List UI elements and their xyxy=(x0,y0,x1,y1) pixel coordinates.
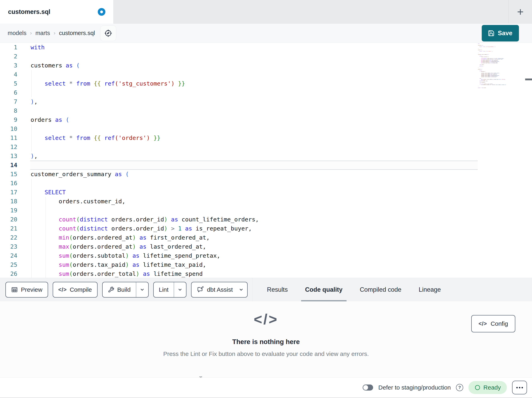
lint-button-label: Lint xyxy=(159,286,169,293)
tab-results[interactable]: Results xyxy=(263,278,292,302)
floppy-disk-icon xyxy=(488,30,494,37)
breadcrumb-item-customers-sql: customers.sql xyxy=(59,30,95,36)
code-lines: 1with23customers as (45 select * from {{… xyxy=(0,43,532,278)
file-tab-bar: customers.sql + xyxy=(0,0,532,24)
tab-code-quality[interactable]: Code quality xyxy=(301,278,347,302)
preview-button[interactable]: Preview xyxy=(6,282,48,298)
line-number: 10 xyxy=(0,124,17,133)
code-line-7[interactable]: 7), xyxy=(0,97,532,106)
tab-lineage[interactable]: Lineage xyxy=(415,278,445,302)
lint-split-button: Lint xyxy=(153,282,186,298)
code-line-14[interactable]: 14 xyxy=(0,161,532,170)
build-button[interactable]: Build xyxy=(103,282,136,297)
line-number: 2 xyxy=(0,52,17,61)
line-number: 12 xyxy=(0,143,17,152)
save-button[interactable]: Save xyxy=(482,25,519,41)
tab-compiled-code[interactable]: Compiled code xyxy=(356,278,405,302)
line-number: 3 xyxy=(0,61,17,70)
code-line-6[interactable]: 6 xyxy=(0,88,532,97)
code-line-25[interactable]: 25 sum(orders.tax_paid) as lifetime_tax_… xyxy=(0,260,532,269)
code-line-13[interactable]: 13), xyxy=(0,152,532,161)
code-line-5[interactable]: 5 select * from {{ ref('stg_customers') … xyxy=(0,79,532,88)
code-text: count(distinct orders.order_id) as count… xyxy=(17,215,259,224)
code-line-12[interactable]: 12 xyxy=(0,143,532,152)
ready-ring-icon xyxy=(475,385,481,391)
minimap-line: select * from joined xyxy=(478,88,508,88)
line-number: 23 xyxy=(0,242,17,251)
dbt-assist-button-label: dbt Assist xyxy=(207,286,233,293)
assist-chat-sparkle-icon xyxy=(197,286,204,293)
status-badge-label: Ready xyxy=(483,384,501,391)
preview-button-label: Preview xyxy=(21,286,42,293)
breadcrumb-item-marts: marts xyxy=(35,30,50,36)
file-navigate-button[interactable] xyxy=(100,25,116,41)
file-tab-customers-sql[interactable]: customers.sql xyxy=(0,0,114,24)
empty-state: </> There is nothing here Press the Lint… xyxy=(0,311,532,357)
more-options-button[interactable] xyxy=(512,381,527,394)
code-text: sum(orders.order_total) as lifetime_spen… xyxy=(17,269,203,278)
code-line-9[interactable]: 9orders as ( xyxy=(0,115,532,124)
code-text: select * from {{ ref('stg_customers') }} xyxy=(17,79,185,88)
code-text xyxy=(17,52,31,61)
code-text xyxy=(17,143,31,152)
code-text: select * from {{ ref('orders') }} xyxy=(17,133,160,143)
code-text xyxy=(17,179,31,188)
code-line-16[interactable]: 16 xyxy=(0,179,532,188)
scroll-position-marker[interactable] xyxy=(525,78,532,80)
code-text xyxy=(17,88,31,97)
code-line-18[interactable]: 18 orders.customer_id, xyxy=(0,197,532,206)
code-text xyxy=(17,206,31,215)
code-line-24[interactable]: 24 sum(orders.subtotal) as lifetime_spen… xyxy=(0,251,532,260)
compile-button-label: Compile xyxy=(70,286,92,293)
code-text: customers as ( xyxy=(17,61,80,70)
line-number: 17 xyxy=(0,188,17,197)
code-line-20[interactable]: 20 count(distinct orders.order_id) as co… xyxy=(0,215,532,224)
line-number: 4 xyxy=(0,70,17,79)
wrench-icon xyxy=(108,287,114,293)
minimap[interactable]: withcustomers as ( select * from {{ ref(… xyxy=(478,44,508,88)
breadcrumb-separator: › xyxy=(30,30,32,36)
code-line-15[interactable]: 15customer_orders_summary as ( xyxy=(0,170,532,179)
code-text: SELECT xyxy=(17,188,66,197)
line-number: 26 xyxy=(0,269,17,278)
dbt-assist-button[interactable]: dbt Assist xyxy=(191,282,247,298)
config-button[interactable]: </> Config xyxy=(471,315,515,332)
defer-toggle[interactable] xyxy=(363,385,373,391)
code-line-8[interactable]: 8 xyxy=(0,106,532,115)
code-line-26[interactable]: 26 sum(orders.order_total) as lifetime_s… xyxy=(0,269,532,278)
unsaved-indicator-dot xyxy=(98,8,105,16)
chevron-down-icon xyxy=(140,287,145,292)
code-text xyxy=(17,124,31,133)
build-dropdown-toggle[interactable] xyxy=(136,282,148,297)
code-line-2[interactable]: 2 xyxy=(0,52,532,61)
new-tab-button[interactable]: + xyxy=(509,0,532,24)
code-icon: </> xyxy=(58,287,67,293)
save-button-label: Save xyxy=(498,30,512,37)
code-line-3[interactable]: 3customers as ( xyxy=(0,61,532,70)
lint-dropdown-toggle[interactable] xyxy=(174,282,186,297)
lint-button[interactable]: Lint xyxy=(154,282,174,297)
help-icon[interactable]: ? xyxy=(456,384,463,391)
code-editor[interactable]: 1with23customers as (45 select * from {{… xyxy=(0,43,532,278)
code-line-10[interactable]: 10 xyxy=(0,124,532,133)
compass-icon xyxy=(104,29,113,38)
code-text: with xyxy=(17,43,45,52)
build-split-button: Build xyxy=(102,282,149,298)
line-number: 19 xyxy=(0,206,17,215)
code-text xyxy=(17,161,31,170)
line-number: 5 xyxy=(0,79,17,88)
line-number: 13 xyxy=(0,152,17,161)
code-line-19[interactable]: 19 xyxy=(0,206,532,215)
code-text: count(distinct orders.order_id) > 1 as i… xyxy=(17,224,252,233)
code-line-22[interactable]: 22 min(orders.ordered_at) as first_order… xyxy=(0,233,532,242)
code-line-21[interactable]: 21 count(distinct orders.order_id) > 1 a… xyxy=(0,224,532,233)
code-line-23[interactable]: 23 max(orders.ordered_at) as last_ordere… xyxy=(0,242,532,251)
status-bar: Defer to staging/production ? Ready xyxy=(0,377,532,398)
line-number: 22 xyxy=(0,233,17,242)
code-line-11[interactable]: 11 select * from {{ ref('orders') }} xyxy=(0,133,532,143)
code-line-1[interactable]: 1with xyxy=(0,43,532,52)
compile-button[interactable]: </> Compile xyxy=(53,282,98,298)
code-line-4[interactable]: 4 xyxy=(0,70,532,79)
code-line-17[interactable]: 17 SELECT xyxy=(0,188,532,197)
chevron-down-icon xyxy=(239,287,244,292)
